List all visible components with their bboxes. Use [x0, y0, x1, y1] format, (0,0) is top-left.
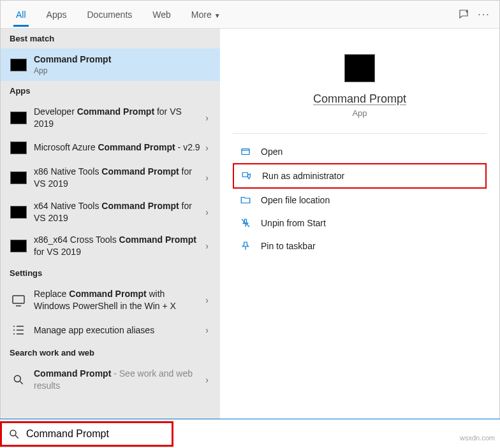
section-settings: Settings [1, 263, 220, 283]
svg-point-16 [10, 430, 16, 436]
feedback-icon[interactable] [453, 4, 474, 25]
open-icon [239, 145, 252, 158]
settings-result-1[interactable]: Manage app execution aliases › [1, 317, 220, 343]
section-apps: Apps [1, 81, 220, 101]
action-unpin-start[interactable]: Unpin from Start [233, 212, 487, 235]
best-match-type: App [34, 66, 211, 76]
unpin-icon [239, 217, 252, 229]
chevron-right-icon[interactable]: › [203, 173, 211, 183]
cmd-prompt-icon [10, 140, 27, 155]
monitor-icon [10, 293, 27, 308]
app-large-icon [344, 54, 375, 82]
results-pane: Best match Command Prompt App Apps Devel… [1, 29, 220, 447]
pin-icon [239, 240, 252, 252]
app-result-4[interactable]: x86_x64 Cross Tools Command Prompt for V… [1, 229, 220, 263]
settings-result-0[interactable]: Replace Command Prompt with Windows Powe… [1, 283, 220, 317]
cmd-prompt-icon [10, 170, 27, 185]
tab-bar: All Apps Documents Web More ▼ ··· [1, 1, 499, 29]
svg-point-0 [466, 10, 468, 12]
chevron-right-icon[interactable]: › [203, 143, 211, 153]
action-open[interactable]: Open [233, 140, 487, 163]
chevron-right-icon[interactable]: › [203, 295, 211, 305]
search-icon [10, 372, 27, 387]
action-open-file-location[interactable]: Open file location [233, 189, 487, 212]
details-pane: Command Prompt App Open Run as administr… [220, 29, 499, 447]
svg-rect-12 [242, 173, 247, 177]
app-result-0[interactable]: Developer Command Prompt for VS 2019 › [1, 101, 220, 135]
search-input[interactable] [26, 428, 165, 440]
folder-icon [239, 194, 252, 206]
chevron-right-icon[interactable]: › [203, 375, 211, 385]
tab-web[interactable]: Web [142, 3, 181, 26]
chevron-right-icon[interactable]: › [203, 207, 211, 217]
tab-apps[interactable]: Apps [36, 3, 77, 26]
app-result-1[interactable]: Microsoft Azure Command Prompt - v2.9 › [1, 135, 220, 161]
section-best-match: Best match [1, 29, 220, 48]
svg-rect-1 [13, 296, 24, 303]
svg-line-10 [20, 381, 23, 384]
tab-documents[interactable]: Documents [77, 3, 142, 26]
svg-rect-11 [242, 149, 249, 155]
cmd-prompt-icon [10, 110, 27, 126]
tab-all[interactable]: All [6, 3, 36, 26]
web-result-0[interactable]: Command Prompt - See work and web result… [1, 363, 220, 397]
app-result-3[interactable]: x64 Native Tools Command Prompt for VS 2… [1, 195, 220, 229]
search-icon [8, 428, 20, 440]
list-icon [10, 322, 27, 338]
svg-line-17 [15, 435, 18, 438]
chevron-right-icon[interactable]: › [203, 241, 211, 251]
search-bar [0, 419, 500, 448]
svg-point-9 [14, 375, 20, 382]
action-pin-taskbar[interactable]: Pin to taskbar [233, 235, 487, 257]
best-match-title: Command Prompt [34, 54, 211, 66]
details-title[interactable]: Command Prompt [313, 92, 406, 106]
admin-shield-icon [240, 170, 253, 182]
chevron-down-icon: ▼ [214, 12, 221, 19]
app-result-2[interactable]: x86 Native Tools Command Prompt for VS 2… [1, 161, 220, 195]
cmd-prompt-icon [10, 57, 27, 73]
cmd-prompt-icon [10, 238, 27, 254]
chevron-right-icon[interactable]: › [203, 113, 211, 123]
more-options-icon[interactable]: ··· [474, 4, 494, 25]
cmd-prompt-icon [10, 205, 27, 220]
section-search-web: Search work and web [1, 343, 220, 363]
tab-more[interactable]: More ▼ [181, 3, 231, 26]
chevron-right-icon[interactable]: › [203, 325, 211, 335]
details-subtitle: App [352, 108, 367, 118]
watermark: wsxdn.com [460, 434, 495, 442]
best-match-result[interactable]: Command Prompt App [1, 48, 220, 81]
action-run-as-admin[interactable]: Run as administrator [233, 163, 487, 189]
